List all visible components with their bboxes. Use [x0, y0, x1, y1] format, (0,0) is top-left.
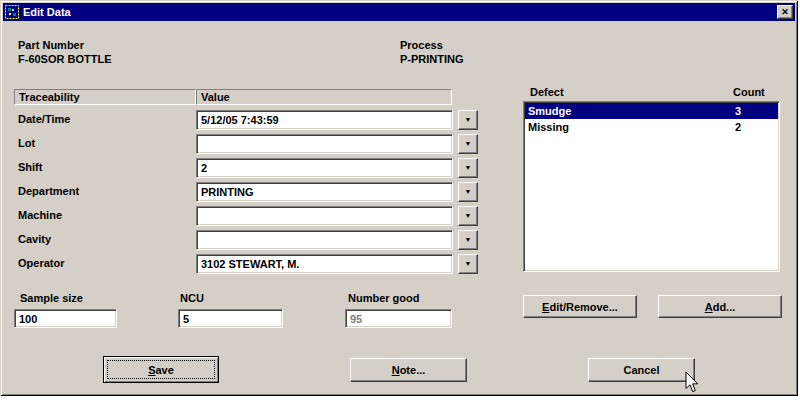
dropdown-button-shift[interactable]: ▼ [458, 158, 478, 178]
defect-list-item-missing[interactable]: Missing 2 [525, 119, 778, 135]
value-input-lot[interactable] [196, 134, 453, 154]
note-button[interactable]: Note... [350, 358, 467, 382]
value-input-department[interactable] [196, 182, 453, 202]
dropdown-button-machine[interactable]: ▼ [458, 206, 478, 226]
defect-column-label: Defect [530, 86, 564, 98]
dropdown-button-operator[interactable]: ▼ [458, 254, 478, 274]
part-number-label: Part Number [18, 39, 84, 51]
dropdown-button-date-time[interactable]: ▼ [458, 110, 478, 130]
dropdown-button-department[interactable]: ▼ [458, 182, 478, 202]
cancel-button[interactable]: Cancel [588, 358, 695, 382]
ncu-input[interactable] [178, 309, 283, 328]
column-header-traceability: Traceability [14, 89, 196, 105]
chevron-down-icon: ▼ [459, 135, 477, 153]
defect-count: 3 [735, 103, 741, 119]
row-label-shift: Shift [18, 161, 42, 173]
dropdown-button-cavity[interactable]: ▼ [458, 230, 478, 250]
count-column-label: Count [733, 86, 765, 98]
titlebar[interactable]: Edit Data ✕ [3, 3, 795, 21]
number-good-input [345, 309, 452, 328]
save-button[interactable]: Save [103, 356, 219, 383]
ncu-label: NCU [180, 292, 204, 304]
row-label-department: Department [18, 185, 79, 197]
value-input-date-time[interactable] [196, 110, 453, 130]
chevron-down-icon: ▼ [459, 207, 477, 225]
app-icon [5, 5, 19, 19]
add-button[interactable]: Add... [658, 295, 782, 318]
row-label-cavity: Cavity [18, 233, 51, 245]
dropdown-button-lot[interactable]: ▼ [458, 134, 478, 154]
part-number-value: F-60SOR BOTTLE [18, 53, 112, 65]
edit-data-dialog: Edit Data ✕ Part Number F-60SOR BOTTLE P… [0, 0, 798, 396]
close-button[interactable]: ✕ [777, 5, 793, 19]
value-input-operator[interactable] [196, 254, 453, 274]
column-header-value: Value [196, 89, 452, 105]
sample-size-input[interactable] [14, 309, 117, 328]
value-input-machine[interactable] [196, 206, 453, 226]
edit-remove-button[interactable]: Edit/Remove... [523, 295, 637, 318]
close-icon: ✕ [781, 7, 789, 17]
defect-list-item-smudge[interactable]: Smudge 3 [525, 103, 778, 119]
row-label-machine: Machine [18, 209, 62, 221]
defect-listbox[interactable]: Smudge 3 Missing 2 [523, 101, 780, 272]
defect-count: 2 [735, 119, 741, 135]
window-title: Edit Data [23, 3, 71, 21]
chevron-down-icon: ▼ [459, 231, 477, 249]
chevron-down-icon: ▼ [459, 159, 477, 177]
value-input-shift[interactable] [196, 158, 453, 178]
process-value: P-PRINTING [400, 53, 464, 65]
row-label-date-time: Date/Time [18, 113, 70, 125]
value-input-cavity[interactable] [196, 230, 453, 250]
chevron-down-icon: ▼ [459, 255, 477, 273]
defect-name: Missing [528, 121, 569, 133]
sample-size-label: Sample size [20, 292, 83, 304]
number-good-label: Number good [348, 292, 420, 304]
chevron-down-icon: ▼ [459, 111, 477, 129]
defect-name: Smudge [528, 105, 571, 117]
row-label-operator: Operator [18, 257, 64, 269]
process-label: Process [400, 39, 443, 51]
row-label-lot: Lot [18, 137, 35, 149]
chevron-down-icon: ▼ [459, 183, 477, 201]
